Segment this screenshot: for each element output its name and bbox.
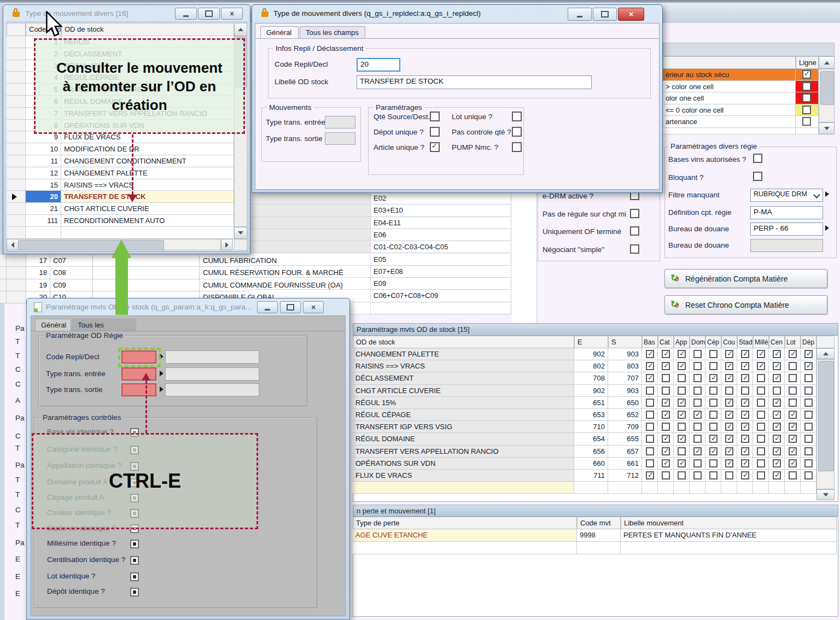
mvts-scroll-down[interactable] [816, 489, 835, 500]
mvts-row-label[interactable]: RÉGUL 15% [353, 397, 574, 409]
mvts-cell-e[interactable]: 654 [574, 433, 608, 445]
mvts-checkbox[interactable] [709, 459, 718, 467]
mvts-cell-s[interactable]: 903 [608, 385, 642, 397]
mvts-checkbox[interactable] [741, 399, 749, 407]
mvts-checkbox[interactable] [662, 471, 670, 479]
mvts-header-od[interactable]: OD de stock [353, 336, 574, 348]
param-sortie-input[interactable] [121, 383, 156, 396]
list-cell-code[interactable]: 11 [26, 155, 61, 167]
tab-tous-les-champs-param[interactable]: Tous les champs [72, 319, 136, 331]
mvts-cell-s[interactable]: 652 [608, 409, 642, 421]
mvts-checkbox[interactable] [789, 374, 797, 382]
mvts-checkbox[interactable] [709, 423, 718, 431]
mvts-checkbox[interactable] [693, 399, 702, 407]
mvts-checkbox[interactable] [693, 435, 702, 443]
mvts-checkbox[interactable] [646, 362, 654, 370]
detail-checkbox[interactable] [430, 127, 440, 137]
mvts-checkbox[interactable] [693, 362, 702, 370]
perte-header-code[interactable]: Code mvt [577, 517, 621, 529]
mvts-row-label[interactable]: TRANSFERT IGP VERS VSIG [353, 421, 574, 433]
list-resize-grip[interactable] [234, 239, 247, 250]
mvts-checkbox[interactable] [693, 387, 702, 395]
mvts-cell-s[interactable]: 661 [608, 458, 642, 470]
mvts-checkbox[interactable] [773, 399, 781, 407]
regen-compta-button[interactable]: Régénération Compta Matière [664, 269, 827, 288]
list-cell-code[interactable] [26, 227, 61, 239]
stockparam-row-label[interactable]: érieur au stock sécu [663, 69, 796, 81]
lookup-arrow-icon[interactable] [160, 387, 164, 392]
mvts-col-header[interactable]: App [674, 336, 690, 348]
mvts-checkbox[interactable] [757, 423, 765, 431]
mvts-checkbox[interactable] [646, 399, 654, 407]
stockparam-scroll-up[interactable] [819, 56, 835, 69]
list-scroll-down[interactable] [234, 227, 247, 239]
mvts-col-header[interactable]: Cat [658, 336, 674, 348]
window-list-minimize-button[interactable] [175, 8, 197, 20]
mvts-cell-s[interactable]: 803 [608, 360, 642, 372]
list-cell-label[interactable]: RAISINS ==> VRACS [61, 179, 234, 191]
mvts-checkbox[interactable] [662, 411, 670, 419]
mvts-row-label[interactable]: OPÉRATIONS SUR VDN [353, 458, 574, 470]
regie-douane1-input[interactable]: PERP - 66 [750, 223, 823, 236]
formula-cell[interactable]: C01-C02-C03-C04-C05 [371, 241, 511, 253]
mvts-checkbox[interactable] [693, 459, 702, 467]
mvts-cell-e[interactable]: 656 [574, 446, 608, 458]
mvts-checkbox[interactable] [646, 411, 654, 419]
mvts-header-e[interactable]: E [574, 336, 608, 348]
mvts-checkbox[interactable] [725, 387, 733, 395]
mvts-checkbox[interactable] [757, 471, 765, 479]
mvts-checkbox[interactable] [757, 459, 765, 467]
formula-cell[interactable]: C06+C07+C08+C09 [371, 290, 511, 302]
mvts-checkbox[interactable] [789, 362, 797, 370]
list-cell-label[interactable]: MODIFICATION DE DR [61, 143, 234, 155]
mvts-checkbox[interactable] [773, 374, 781, 382]
mvts-checkbox[interactable] [773, 387, 781, 395]
stockparam-row-label[interactable]: olor one cell [663, 92, 796, 104]
mvts-checkbox[interactable] [773, 423, 781, 431]
mvts-checkbox[interactable] [678, 435, 686, 443]
mvts-cell-s[interactable]: 650 [608, 397, 642, 409]
formula-cell[interactable]: E07+E08 [371, 266, 511, 278]
perte-cell-empty[interactable] [353, 542, 577, 554]
mvts-checkbox[interactable] [757, 362, 765, 370]
mvts-checkbox[interactable] [741, 447, 749, 455]
mvts-checkbox[interactable] [662, 447, 670, 455]
mvts-checkbox[interactable] [646, 423, 654, 431]
stockparam-checkbox[interactable] [802, 70, 811, 79]
mvts-cell-e[interactable]: 902 [574, 348, 608, 360]
stockparam-checkbox[interactable] [802, 82, 811, 91]
mvts-checkbox[interactable] [725, 350, 733, 358]
list-row-selector[interactable] [7, 36, 26, 48]
mvts-header-s[interactable]: S [608, 336, 642, 348]
mvts-checkbox[interactable] [741, 471, 749, 479]
perte-cell-code[interactable]: 9998 [577, 529, 621, 542]
mvts-checkbox[interactable] [678, 447, 686, 455]
stockparam-row-label[interactable]: > color one cell [663, 81, 796, 93]
formula-cell[interactable]: E06 [371, 229, 511, 241]
mvts-checkbox[interactable] [709, 447, 718, 455]
mvts-checkbox[interactable] [804, 399, 813, 407]
mvts-scroll-thumb[interactable] [818, 361, 834, 471]
mvts-checkbox[interactable] [662, 387, 670, 395]
mvts-checkbox[interactable] [741, 387, 749, 395]
list-row-selector[interactable] [7, 60, 26, 72]
list-row-selector[interactable] [7, 167, 26, 179]
mvts-cell-e[interactable]: 653 [574, 409, 608, 421]
list-scroll-right[interactable] [221, 239, 233, 250]
mvts-checkbox[interactable] [725, 423, 733, 431]
mvts-checkbox[interactable] [678, 459, 686, 467]
mvts-checkbox[interactable] [757, 411, 765, 419]
mvts-checkbox[interactable] [773, 435, 781, 443]
mvts-row-label[interactable] [353, 482, 574, 494]
list-row-selector[interactable] [7, 84, 26, 96]
code-repli-input[interactable]: 20 [357, 58, 400, 72]
list-cell-code[interactable]: 20 [26, 191, 61, 203]
drm-checkbox[interactable] [630, 209, 639, 218]
list-cell-label[interactable]: CHANGEMENT CONDITIONNEMENT [61, 155, 234, 167]
mvts-checkbox[interactable] [678, 423, 686, 431]
mvts-checkbox[interactable] [693, 471, 702, 479]
list-cell-label[interactable]: TRANSFERT DE STOCK [61, 191, 234, 203]
mvts-scroll-up[interactable] [816, 348, 835, 359]
stockparam-checkbox[interactable] [802, 93, 811, 102]
drm-checkbox[interactable] [630, 226, 639, 236]
